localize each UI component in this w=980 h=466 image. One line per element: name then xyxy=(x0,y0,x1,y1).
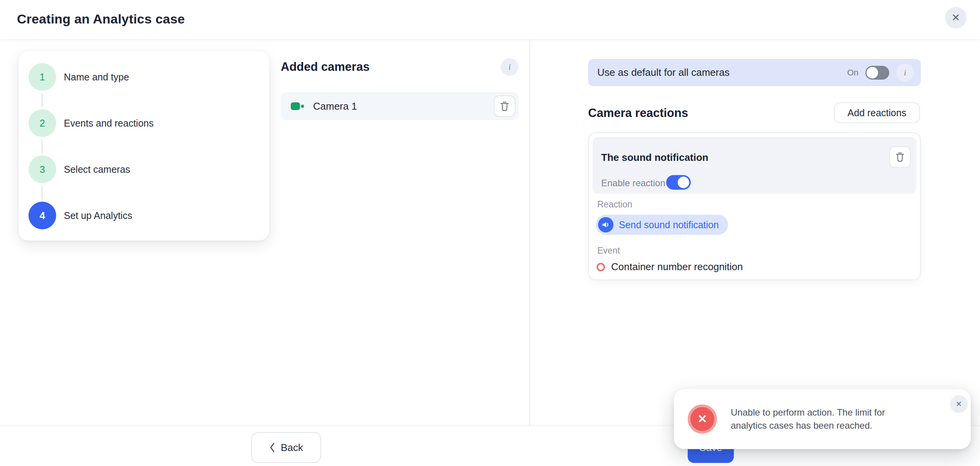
chevron-left-icon xyxy=(269,442,275,453)
camera-reactions-title: Camera reactions xyxy=(588,106,688,120)
back-button[interactable]: Back xyxy=(251,432,321,463)
reaction-card: The sound notification Enable reaction R… xyxy=(588,132,921,280)
page-title: Creating an Analytics case xyxy=(17,12,185,27)
reaction-title: The sound notification xyxy=(601,152,708,164)
enable-reaction-toggle[interactable] xyxy=(666,175,691,190)
event-name: Container number recognition xyxy=(611,261,743,273)
default-all-cameras-toggle[interactable] xyxy=(865,66,889,80)
delete-camera-button[interactable] xyxy=(494,95,515,117)
step-number-badge: 2 xyxy=(28,109,56,137)
step-select-cameras[interactable]: 3 Select cameras xyxy=(18,155,269,183)
camera-icon xyxy=(291,102,305,110)
trash-icon xyxy=(895,151,905,163)
added-cameras-info-button[interactable]: i xyxy=(501,58,518,76)
close-icon: ✕ xyxy=(952,13,960,23)
default-banner-label: Use as default for all cameras xyxy=(597,67,730,79)
camera-name: Camera 1 xyxy=(313,100,357,112)
delete-reaction-button[interactable] xyxy=(889,146,911,168)
camera-list-item: Camera 1 xyxy=(281,92,518,120)
close-button[interactable]: ✕ xyxy=(945,7,967,28)
toggle-knob xyxy=(867,67,878,79)
step-name-and-type[interactable]: 1 Name and type xyxy=(18,63,269,91)
step-events-and-reactions[interactable]: 2 Events and reactions xyxy=(18,109,269,137)
trash-icon xyxy=(500,100,510,112)
step-number-badge: 4 xyxy=(28,202,56,229)
info-icon: i xyxy=(508,62,511,72)
step-connector xyxy=(42,93,43,107)
error-x-glyph: ✕ xyxy=(697,413,707,425)
event-row: Container number recognition xyxy=(597,261,743,273)
reaction-chip-label: Send sound notification xyxy=(619,219,719,230)
added-cameras-title: Added cameras xyxy=(281,60,370,74)
reaction-field-label: Reaction xyxy=(597,199,632,210)
dialog-header: Creating an Analytics case ✕ xyxy=(0,0,980,40)
create-analytics-case-dialog: Creating an Analytics case ✕ 1 Name and … xyxy=(0,0,980,466)
step-number-badge: 1 xyxy=(28,63,56,91)
default-for-all-cameras-banner: Use as default for all cameras On i xyxy=(588,59,921,86)
info-icon: i xyxy=(904,68,906,78)
step-connector xyxy=(42,185,43,199)
default-banner-info-button[interactable]: i xyxy=(896,64,914,82)
step-label: Set up Analytics xyxy=(64,210,132,221)
step-label: Name and type xyxy=(64,72,129,83)
toggle-knob xyxy=(678,177,689,188)
step-connector xyxy=(42,139,43,153)
event-circle-icon xyxy=(597,263,605,271)
step-label: Events and reactions xyxy=(64,118,153,129)
speaker-icon xyxy=(598,217,613,232)
reaction-chip[interactable]: Send sound notification xyxy=(596,215,728,235)
error-icon: ✕ xyxy=(688,404,717,434)
add-reactions-button[interactable]: Add reactions xyxy=(834,102,920,123)
reaction-card-header: The sound notification Enable reaction xyxy=(593,137,916,194)
step-set-up-analytics[interactable]: 4 Set up Analytics xyxy=(18,202,269,229)
toast-close-button[interactable]: ✕ xyxy=(950,395,968,413)
close-icon: ✕ xyxy=(956,400,962,408)
back-button-label: Back xyxy=(281,442,303,454)
column-divider xyxy=(529,40,530,426)
step-number-badge: 3 xyxy=(28,155,56,183)
enable-reaction-label: Enable reaction xyxy=(601,178,665,189)
wizard-stepper: 1 Name and type 2 Events and reactions 3… xyxy=(18,51,269,241)
toast-message: Unable to perform action. The limit for … xyxy=(731,406,908,432)
event-field-label: Event xyxy=(597,246,620,256)
error-toast: ✕ Unable to perform action. The limit fo… xyxy=(674,389,971,449)
toggle-state-label: On xyxy=(847,68,858,78)
step-label: Select cameras xyxy=(64,164,130,175)
